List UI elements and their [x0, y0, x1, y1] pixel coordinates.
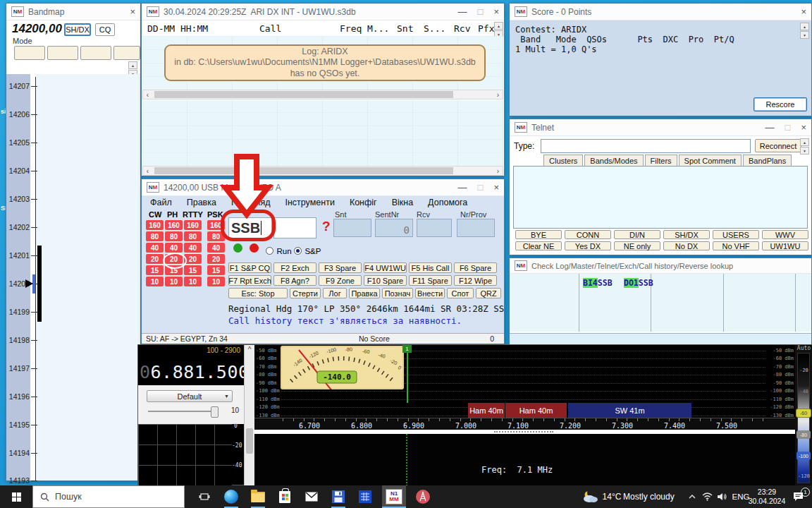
reconnect-button[interactable]: Reconnect	[755, 139, 801, 152]
check-call[interactable]: BI4SSB	[583, 278, 613, 288]
tab-filters[interactable]: Filters	[645, 155, 677, 167]
close-icon[interactable]: ×	[493, 6, 499, 17]
tab-bands-modes[interactable]: Bands/Modes	[584, 155, 643, 167]
rescore-button[interactable]: Rescore	[753, 97, 807, 111]
fkey-f3[interactable]: F3 Spare	[319, 262, 362, 273]
search-input[interactable]: Пошук	[32, 485, 185, 508]
sentnr-field[interactable]: 0	[375, 219, 413, 237]
spot-button[interactable]: Спот	[447, 288, 474, 298]
band-button[interactable]: 40	[146, 243, 164, 253]
tray-temperature[interactable]: 14°C	[599, 485, 625, 508]
telnet-conn-button[interactable]: CONN	[565, 230, 611, 239]
entry-titlebar[interactable]: NM 14200,00 USB Manual - VFO A — □ ×	[142, 179, 504, 196]
snt-field[interactable]	[333, 219, 371, 237]
band-bar-sw41m[interactable]: SW 41m	[568, 403, 691, 418]
mark-button[interactable]: Познач	[382, 288, 413, 298]
menu-config[interactable]: Конфіг	[350, 198, 377, 207]
menu-windows[interactable]: Вікна	[392, 198, 413, 207]
menu-help[interactable]: Допомога	[428, 198, 467, 207]
log-hscrollbar-lower[interactable]: ‹ ›	[142, 166, 503, 176]
edit-button[interactable]: Правка	[349, 288, 380, 298]
telnet-uw1wu-button[interactable]: UW1WU	[762, 241, 808, 250]
n1mm-taskbar-icon[interactable]: N1MM	[382, 485, 406, 508]
log-column-header[interactable]: DD-MM HH:MM	[147, 23, 208, 34]
telnet-bye-button[interactable]: BYE	[515, 230, 562, 239]
band-button[interactable]: 10	[207, 277, 225, 286]
run-radio[interactable]: Run	[266, 244, 292, 257]
log-column-header[interactable]: M...	[367, 23, 389, 34]
start-button[interactable]	[0, 485, 32, 508]
band-button[interactable]: 80	[146, 231, 164, 241]
tab-spot-comment[interactable]: Spot Comment	[679, 155, 742, 167]
fkey-f10[interactable]: F10 Spare	[364, 275, 407, 286]
band-button[interactable]: 80	[184, 231, 202, 241]
fkey-f6[interactable]: F6 Spare	[454, 262, 497, 273]
shdx-button[interactable]: SH/DX	[64, 23, 91, 36]
fkey-f1[interactable]: F1 S&P CQ	[228, 262, 271, 273]
telnet-novhf-button[interactable]: No VHF	[713, 241, 759, 250]
maximize-icon[interactable]: □	[478, 182, 484, 193]
sdr-collapse-strip[interactable]: ^	[244, 345, 254, 486]
band-button[interactable]: 15	[146, 265, 164, 275]
callsign-input[interactable]: SSB	[228, 217, 272, 238]
close-icon[interactable]: ×	[801, 6, 806, 17]
menu-edit[interactable]: Правка	[187, 198, 216, 207]
bandmap-mode-field[interactable]	[47, 46, 78, 60]
bandmap-titlebar[interactable]: NM Bandmap ×	[6, 4, 140, 20]
volume-slider-track[interactable]	[148, 411, 219, 412]
fkey-f12[interactable]: F12 Wipe	[454, 275, 497, 286]
score-spinner[interactable]: ▲▼	[800, 23, 809, 39]
tray-clock[interactable]: 23:29 30.04.2024	[749, 485, 785, 508]
band-button[interactable]: 160	[146, 220, 164, 230]
nrprov-field[interactable]	[457, 219, 495, 237]
bandmap-mode-field[interactable]	[113, 46, 140, 60]
qrz-button[interactable]: QRZ	[476, 288, 501, 298]
check-titlebar[interactable]: NM Check Log/Master/Telnet/Exch/Call his…	[510, 258, 811, 274]
close-icon[interactable]: ×	[801, 122, 806, 133]
minimize-icon[interactable]: —	[458, 6, 467, 17]
radio-app-icon[interactable]	[413, 485, 433, 508]
band-button[interactable]: 40	[165, 243, 183, 253]
tray-chevron-icon[interactable]	[685, 485, 699, 508]
fkey-f7[interactable]: F7 Rpt Exch	[228, 275, 271, 286]
telnet-neonly-button[interactable]: NE only	[614, 241, 660, 250]
bandmap-mode-field[interactable]	[80, 46, 111, 60]
esc-stop-button[interactable]: Esc: Stop	[228, 288, 288, 298]
bandmap-mode-field[interactable]	[14, 46, 45, 60]
ms-store-icon[interactable]	[275, 485, 295, 508]
band-button[interactable]: 10	[165, 277, 183, 286]
minimize-icon[interactable]: —	[458, 182, 467, 193]
sdr-main-area[interactable]: -50 dBm -60 dBm -70 dBm -80 dBm -90 dBm …	[254, 345, 795, 486]
band-button[interactable]: 10	[184, 277, 202, 286]
telnet-yesdx-button[interactable]: Yes DX	[565, 241, 611, 250]
sp-radio[interactable]: S&P	[294, 244, 321, 257]
preset-dropdown[interactable]: Default ▼	[147, 390, 233, 402]
fkey-f8[interactable]: F8 Agn?	[273, 275, 316, 286]
telnet-shdx-button[interactable]: SH/DX	[663, 230, 710, 239]
band-button[interactable]: 160	[184, 220, 202, 230]
log-button[interactable]: Лог	[323, 288, 347, 298]
check-call[interactable]: DO1SSB	[624, 278, 653, 288]
band-button[interactable]: 20	[146, 254, 164, 264]
log-column-header[interactable]: Call	[259, 23, 281, 34]
wifi-icon[interactable]	[699, 485, 715, 508]
telnet-titlebar[interactable]: NM Telnet — □ ×	[510, 119, 811, 136]
tab-clusters[interactable]: Clusters	[543, 155, 583, 167]
notification-center-icon[interactable]: 1	[787, 485, 811, 508]
fkey-f4[interactable]: F4 UW1WU	[364, 262, 407, 273]
sdr-frequency-scale[interactable]: 6.700 6.800 6.900 7.000 7.100 7.200 7.30…	[254, 418, 795, 430]
rcv-field[interactable]	[417, 219, 452, 237]
band-button[interactable]: 15	[184, 265, 202, 275]
strip-scrollbar-thumb[interactable]	[246, 428, 253, 454]
exchange-input[interactable]	[273, 217, 316, 238]
tuning-marker-line[interactable]	[407, 353, 408, 403]
log-column-header[interactable]: Rcv	[454, 23, 470, 34]
sdr-waterfall[interactable]: Freq: 7.1 MHz	[254, 434, 795, 486]
telnet-users-button[interactable]: USERS	[713, 230, 759, 239]
logger-save-icon[interactable]	[328, 485, 348, 508]
telnet-output-area[interactable]	[513, 166, 808, 229]
wipe-button[interactable]: Стерти	[290, 288, 321, 298]
log-column-header[interactable]: Snt	[397, 23, 413, 34]
tab-bandplans[interactable]: BandPlans	[743, 155, 792, 167]
score-titlebar[interactable]: NM Score - 0 Points ×	[510, 4, 811, 20]
